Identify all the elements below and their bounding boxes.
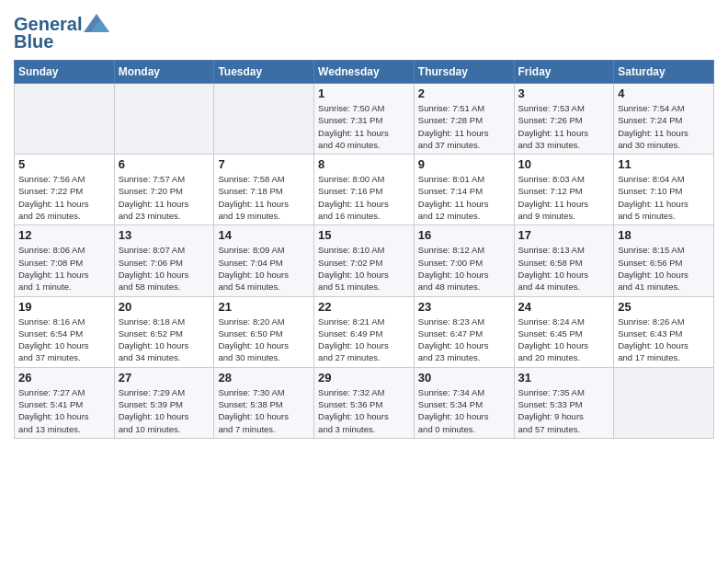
calendar-cell: 20Sunrise: 8:18 AM Sunset: 6:52 PM Dayli… xyxy=(114,296,214,367)
week-row-1: 1Sunrise: 7:50 AM Sunset: 7:31 PM Daylig… xyxy=(15,84,714,155)
day-number: 15 xyxy=(318,228,410,242)
day-info: Sunrise: 8:04 AM Sunset: 7:10 PM Dayligh… xyxy=(618,173,710,222)
day-number: 2 xyxy=(418,86,510,100)
day-number: 23 xyxy=(418,300,510,314)
day-info: Sunrise: 7:34 AM Sunset: 5:34 PM Dayligh… xyxy=(418,386,510,435)
day-info: Sunrise: 7:50 AM Sunset: 7:31 PM Dayligh… xyxy=(318,102,410,151)
calendar-cell: 31Sunrise: 7:35 AM Sunset: 5:33 PM Dayli… xyxy=(514,367,614,438)
calendar-cell: 29Sunrise: 7:32 AM Sunset: 5:36 PM Dayli… xyxy=(314,367,415,438)
calendar-cell: 14Sunrise: 8:09 AM Sunset: 7:04 PM Dayli… xyxy=(214,225,314,296)
day-info: Sunrise: 8:23 AM Sunset: 6:47 PM Dayligh… xyxy=(418,316,510,364)
day-number: 21 xyxy=(218,300,310,314)
calendar-cell xyxy=(614,367,714,438)
week-row-4: 19Sunrise: 8:16 AM Sunset: 6:54 PM Dayli… xyxy=(15,296,714,367)
calendar-cell: 5Sunrise: 7:56 AM Sunset: 7:22 PM Daylig… xyxy=(15,155,115,225)
day-number: 13 xyxy=(119,228,210,242)
calendar-cell: 6Sunrise: 7:57 AM Sunset: 7:20 PM Daylig… xyxy=(114,155,214,225)
calendar-table: SundayMondayTuesdayWednesdayThursdayFrid… xyxy=(14,60,714,439)
calendar-cell xyxy=(15,84,115,155)
day-number: 8 xyxy=(318,157,410,171)
day-number: 24 xyxy=(518,300,610,314)
day-info: Sunrise: 7:53 AM Sunset: 7:26 PM Dayligh… xyxy=(518,102,610,151)
day-info: Sunrise: 7:35 AM Sunset: 5:33 PM Dayligh… xyxy=(518,386,610,435)
day-info: Sunrise: 8:15 AM Sunset: 6:56 PM Dayligh… xyxy=(618,244,710,293)
day-info: Sunrise: 8:26 AM Sunset: 6:43 PM Dayligh… xyxy=(618,316,710,364)
weekday-header-friday: Friday xyxy=(514,61,614,84)
calendar-cell: 19Sunrise: 8:16 AM Sunset: 6:54 PM Dayli… xyxy=(15,296,115,367)
week-row-2: 5Sunrise: 7:56 AM Sunset: 7:22 PM Daylig… xyxy=(15,155,714,225)
weekday-header-sunday: Sunday xyxy=(15,61,115,84)
calendar-cell: 12Sunrise: 8:06 AM Sunset: 7:08 PM Dayli… xyxy=(15,225,115,296)
day-number: 10 xyxy=(518,157,610,171)
day-number: 18 xyxy=(618,228,710,242)
day-info: Sunrise: 8:00 AM Sunset: 7:16 PM Dayligh… xyxy=(318,173,410,222)
day-number: 12 xyxy=(18,228,110,242)
day-number: 19 xyxy=(18,300,110,314)
day-info: Sunrise: 7:29 AM Sunset: 5:39 PM Dayligh… xyxy=(119,386,210,435)
day-number: 5 xyxy=(18,157,110,171)
week-row-5: 26Sunrise: 7:27 AM Sunset: 5:41 PM Dayli… xyxy=(15,367,714,438)
calendar-cell: 3Sunrise: 7:53 AM Sunset: 7:26 PM Daylig… xyxy=(514,84,614,155)
day-number: 22 xyxy=(318,300,410,314)
calendar-cell: 4Sunrise: 7:54 AM Sunset: 7:24 PM Daylig… xyxy=(614,84,714,155)
day-number: 9 xyxy=(418,157,510,171)
calendar-cell: 13Sunrise: 8:07 AM Sunset: 7:06 PM Dayli… xyxy=(114,225,214,296)
weekday-header-row: SundayMondayTuesdayWednesdayThursdayFrid… xyxy=(15,61,714,84)
logo-blue: Blue xyxy=(14,31,53,52)
calendar-cell: 10Sunrise: 8:03 AM Sunset: 7:12 PM Dayli… xyxy=(514,155,614,225)
calendar-cell: 24Sunrise: 8:24 AM Sunset: 6:45 PM Dayli… xyxy=(514,296,614,367)
day-info: Sunrise: 8:12 AM Sunset: 7:00 PM Dayligh… xyxy=(418,244,510,293)
page: General Blue SundayMondayTuesdayWednesda… xyxy=(0,0,728,453)
calendar-cell: 9Sunrise: 8:01 AM Sunset: 7:14 PM Daylig… xyxy=(414,155,514,225)
day-number: 16 xyxy=(418,228,510,242)
day-info: Sunrise: 8:18 AM Sunset: 6:52 PM Dayligh… xyxy=(119,316,210,364)
day-info: Sunrise: 8:16 AM Sunset: 6:54 PM Dayligh… xyxy=(18,316,110,364)
day-number: 31 xyxy=(518,371,610,385)
calendar-cell: 30Sunrise: 7:34 AM Sunset: 5:34 PM Dayli… xyxy=(414,367,514,438)
day-info: Sunrise: 8:06 AM Sunset: 7:08 PM Dayligh… xyxy=(18,244,110,293)
calendar-cell xyxy=(114,84,214,155)
day-number: 26 xyxy=(18,371,110,385)
weekday-header-thursday: Thursday xyxy=(414,61,514,84)
day-info: Sunrise: 7:30 AM Sunset: 5:38 PM Dayligh… xyxy=(218,386,310,435)
calendar-cell: 16Sunrise: 8:12 AM Sunset: 7:00 PM Dayli… xyxy=(414,225,514,296)
day-info: Sunrise: 7:58 AM Sunset: 7:18 PM Dayligh… xyxy=(218,173,310,222)
calendar-cell: 26Sunrise: 7:27 AM Sunset: 5:41 PM Dayli… xyxy=(15,367,115,438)
calendar-cell: 11Sunrise: 8:04 AM Sunset: 7:10 PM Dayli… xyxy=(614,155,714,225)
calendar-cell: 25Sunrise: 8:26 AM Sunset: 6:43 PM Dayli… xyxy=(614,296,714,367)
calendar-cell: 18Sunrise: 8:15 AM Sunset: 6:56 PM Dayli… xyxy=(614,225,714,296)
header: General Blue xyxy=(14,9,714,52)
logo: General Blue xyxy=(14,14,109,52)
calendar-cell: 22Sunrise: 8:21 AM Sunset: 6:49 PM Dayli… xyxy=(314,296,415,367)
day-number: 4 xyxy=(618,86,710,100)
calendar-cell xyxy=(214,84,314,155)
day-number: 17 xyxy=(518,228,610,242)
day-info: Sunrise: 7:54 AM Sunset: 7:24 PM Dayligh… xyxy=(618,102,710,151)
day-info: Sunrise: 8:24 AM Sunset: 6:45 PM Dayligh… xyxy=(518,316,610,364)
day-info: Sunrise: 8:20 AM Sunset: 6:50 PM Dayligh… xyxy=(218,316,310,364)
day-info: Sunrise: 7:57 AM Sunset: 7:20 PM Dayligh… xyxy=(119,173,210,222)
day-number: 7 xyxy=(218,157,310,171)
day-info: Sunrise: 8:21 AM Sunset: 6:49 PM Dayligh… xyxy=(318,316,410,364)
day-number: 30 xyxy=(418,371,510,385)
weekday-header-tuesday: Tuesday xyxy=(214,61,314,84)
calendar-cell: 23Sunrise: 8:23 AM Sunset: 6:47 PM Dayli… xyxy=(414,296,514,367)
calendar-cell: 1Sunrise: 7:50 AM Sunset: 7:31 PM Daylig… xyxy=(314,84,415,155)
calendar-cell: 15Sunrise: 8:10 AM Sunset: 7:02 PM Dayli… xyxy=(314,225,415,296)
weekday-header-wednesday: Wednesday xyxy=(314,61,415,84)
logo-icon xyxy=(84,14,109,32)
day-number: 1 xyxy=(318,86,410,100)
day-info: Sunrise: 8:10 AM Sunset: 7:02 PM Dayligh… xyxy=(318,244,410,293)
week-row-3: 12Sunrise: 8:06 AM Sunset: 7:08 PM Dayli… xyxy=(15,225,714,296)
day-info: Sunrise: 7:32 AM Sunset: 5:36 PM Dayligh… xyxy=(318,386,410,435)
day-number: 27 xyxy=(119,371,210,385)
day-info: Sunrise: 7:56 AM Sunset: 7:22 PM Dayligh… xyxy=(18,173,110,222)
day-number: 11 xyxy=(618,157,710,171)
day-number: 14 xyxy=(218,228,310,242)
day-number: 29 xyxy=(318,371,410,385)
calendar-cell: 8Sunrise: 8:00 AM Sunset: 7:16 PM Daylig… xyxy=(314,155,415,225)
day-info: Sunrise: 8:01 AM Sunset: 7:14 PM Dayligh… xyxy=(418,173,510,222)
day-number: 28 xyxy=(218,371,310,385)
calendar-cell: 7Sunrise: 7:58 AM Sunset: 7:18 PM Daylig… xyxy=(214,155,314,225)
day-info: Sunrise: 7:27 AM Sunset: 5:41 PM Dayligh… xyxy=(18,386,110,435)
